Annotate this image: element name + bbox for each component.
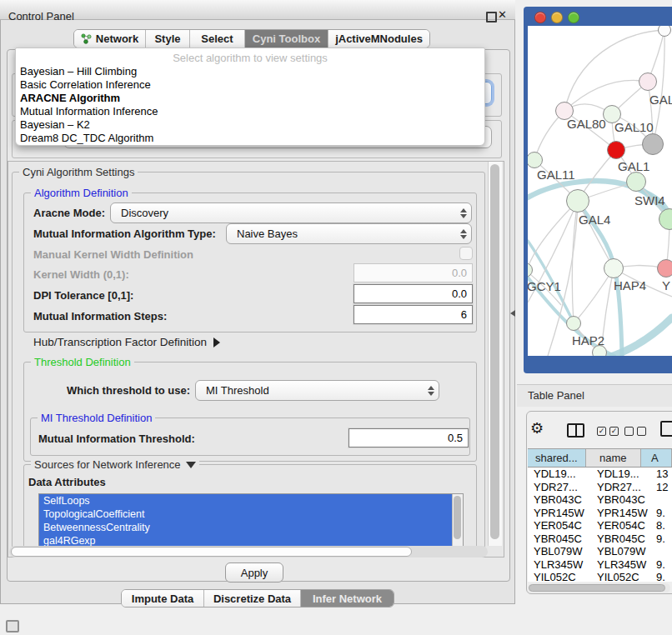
table-row[interactable]: YBR043CYBR043C — [528, 493, 672, 507]
table-cell: YDR27... — [593, 481, 654, 494]
table-cell: YLR345W — [593, 558, 654, 572]
aracne-mode-label: Aracne Mode: — [33, 207, 105, 219]
control-panel-titlebar: Control Panel ✕ — [0, 0, 515, 20]
table-row[interactable]: YIL052CYIL052C9. — [528, 571, 672, 582]
mi-algorithm-type-combo[interactable]: Naive Bayes — [226, 223, 472, 244]
table-cell: YDL19... — [593, 468, 654, 481]
mi-steps-input[interactable]: 6 — [354, 305, 473, 324]
apply-button[interactable]: Apply — [225, 562, 283, 582]
splitter-collapse-icon[interactable] — [510, 310, 515, 317]
gear-icon[interactable]: ⚙ — [530, 420, 544, 437]
network-node-label: SWI4 — [634, 193, 665, 208]
tab-network[interactable]: Network — [74, 30, 146, 48]
network-node-label: GAL80 — [567, 117, 606, 131]
mi-threshold-input[interactable]: 0.5 — [349, 428, 469, 448]
table-cell: YBR045C — [528, 532, 593, 546]
sources-legend-toggle[interactable]: Sources for Network Inference — [31, 458, 199, 471]
network-node-swi4[interactable] — [626, 172, 646, 192]
tab-style[interactable]: Style — [146, 30, 190, 48]
settings-hscrollbar-thumb[interactable] — [11, 547, 412, 557]
attribute-list-item[interactable]: SelfLoops — [39, 494, 463, 508]
mi-algorithm-type-label: Mutual Information Algorithm Type: — [33, 228, 216, 240]
attribute-list-item[interactable]: BetweennessCentrality — [39, 521, 463, 534]
dpi-tolerance-input[interactable]: 0.0 — [354, 284, 473, 303]
which-threshold-combo[interactable]: MI Threshold — [195, 380, 439, 401]
tab-label: Select — [201, 32, 233, 45]
window-close-icon[interactable] — [534, 12, 546, 23]
table-row[interactable]: YBL079WYBL079W — [528, 545, 672, 558]
tab-select[interactable]: Select — [190, 30, 245, 48]
table-cell: YDL19... — [528, 468, 593, 481]
table-row[interactable]: YDL19...YDL19...13 — [528, 468, 672, 481]
algorithm-option[interactable]: Dream8 DC_TDC Algorithm — [19, 132, 481, 145]
window-zoom-icon[interactable] — [568, 12, 579, 23]
table-cell: YER054C — [528, 519, 593, 532]
tab-jactivemnodules[interactable]: jActiveMNodules — [328, 30, 429, 48]
data-attributes-list[interactable]: SelfLoopsTopologicalCoefficientBetweenne… — [38, 493, 464, 547]
columns-icon[interactable] — [567, 423, 584, 438]
window-minimize-icon[interactable] — [551, 12, 563, 23]
network-node-y[interactable] — [657, 259, 672, 278]
table-cell — [654, 545, 669, 558]
tab-label: Infer Network — [313, 592, 382, 605]
table-cell: 9. — [654, 507, 669, 520]
network-node-hap2[interactable] — [566, 316, 581, 331]
aracne-mode-combo[interactable]: Discovery — [110, 202, 472, 223]
tab-discretize-data[interactable]: Discretize Data — [204, 590, 301, 607]
table-body[interactable]: YDL19...YDL19...13YDR27...YDR27...12YBR0… — [528, 468, 672, 582]
network-node-gal4[interactable] — [566, 189, 589, 212]
network-node[interactable] — [642, 133, 664, 155]
column-header-name[interactable]: name — [586, 449, 641, 467]
algorithm-option[interactable]: Basic Correlation Inference — [19, 78, 481, 92]
float-panel-icon[interactable] — [486, 12, 497, 22]
algorithm-option[interactable]: Mutual Information Inference — [19, 105, 481, 118]
unchecked-box-icon — [624, 427, 634, 436]
kernel-width-input[interactable]: 0.0 — [354, 263, 473, 282]
network-node-gal[interactable] — [639, 72, 657, 91]
table-function-icon[interactable] — [660, 421, 672, 437]
table-cell: 9. — [654, 571, 669, 582]
table-row[interactable]: YDR27...YDR27...12 — [528, 481, 672, 494]
manual-kernel-checkbox[interactable] — [459, 247, 473, 260]
table-row[interactable]: YER054CYER054C8. — [528, 519, 672, 532]
table-cell: 9. — [654, 532, 669, 546]
network-node-label: GAL4 — [579, 212, 610, 227]
table-cell: YIL052C — [528, 571, 593, 582]
table-row[interactable]: YBR045CYBR045C9. — [528, 532, 672, 546]
mi-threshold-label: Mutual Information Threshold: — [38, 432, 195, 445]
combo-value: Naive Bayes — [227, 228, 456, 240]
algorithm-option[interactable]: ARACNE Algorithm — [19, 92, 481, 105]
attribute-list-item[interactable]: TopologicalCoefficient — [39, 508, 463, 521]
tab-cyni-toolbox[interactable]: Cyni Toolbox — [245, 30, 328, 48]
table-row[interactable]: YLR345WYLR345W9. — [528, 558, 672, 572]
network-canvas[interactable]: GALGAL80GAL10GAL1GAL11SWI4GAL4GCY1HAP4YH… — [528, 26, 672, 356]
close-icon[interactable]: ✕ — [498, 8, 507, 21]
network-node-label: GCY1 — [528, 279, 561, 293]
table-panel-title: Table Panel — [528, 389, 584, 402]
combo-arrows-icon — [456, 229, 471, 239]
attribute-list-item[interactable]: gal4RGexp — [39, 534, 463, 547]
settings-vscrollbar-thumb[interactable] — [490, 164, 499, 539]
column-header-clipped[interactable]: A — [641, 449, 672, 467]
attributes-scrollbar-thumb[interactable] — [454, 496, 461, 539]
tab-impute-data[interactable]: Impute Data — [122, 590, 204, 607]
network-node-hap4[interactable] — [604, 258, 624, 278]
table-hscrollbar-thumb[interactable] — [529, 584, 665, 592]
hub-section-toggle[interactable]: Hub/Transcription Factor Definition — [33, 336, 220, 348]
table-row[interactable]: YPR145WYPR145W9. — [528, 507, 672, 520]
unchecked-box-icon — [637, 427, 646, 436]
control-panel-tabbar: Network Style Select Cyni Toolbox jActiv… — [73, 29, 430, 48]
deselect-all-columns-icon[interactable] — [624, 427, 646, 436]
table-cell: YBR043C — [593, 493, 654, 507]
tab-infer-network[interactable]: Infer Network — [301, 590, 394, 607]
expand-triangle-icon — [213, 338, 220, 348]
select-all-columns-icon[interactable] — [597, 427, 619, 436]
table-cell: YER054C — [593, 519, 654, 532]
algorithm-option[interactable]: Bayesian – Hill Climbing — [19, 65, 481, 78]
tab-label: Network — [96, 32, 138, 45]
group-legend: Algorithm Definition — [31, 187, 132, 199]
collapsed-panel-icon[interactable] — [6, 620, 19, 632]
algorithm-option[interactable]: Bayesian – K2 — [19, 118, 481, 132]
network-node-gal1[interactable] — [607, 141, 625, 159]
column-header-shared-name[interactable]: shared... — [528, 449, 586, 467]
